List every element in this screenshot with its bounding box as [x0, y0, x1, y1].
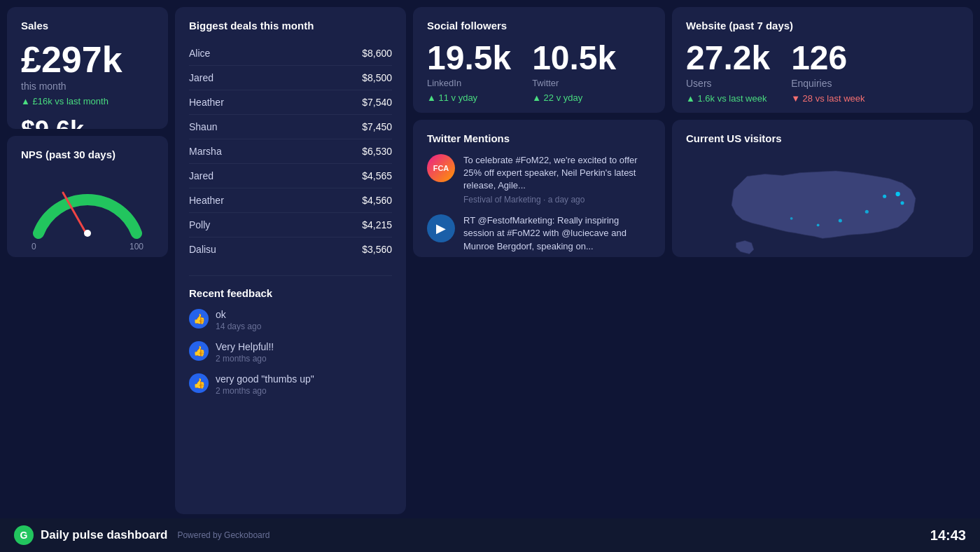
twitter-title: Twitter Mentions — [427, 132, 651, 144]
linkedin-stat: 19.5k LinkedIn ▲ 11 v yday — [427, 41, 511, 103]
deal-row: Heather$7,540 — [189, 90, 392, 115]
deal-name: Shaun — [189, 121, 217, 132]
gauge-max: 100 — [130, 242, 144, 251]
tweet-text: RT @FestofMarketing: Really inspiring se… — [463, 214, 651, 253]
twitter-followers-vs: ▲ 22 v yday — [532, 92, 616, 103]
twitter-stat: 10.5k Twitter ▲ 22 v yday — [532, 41, 616, 103]
sales-card: Sales £297k this month ▲ £16k vs last mo… — [7, 7, 168, 129]
svg-point-6 — [883, 194, 886, 198]
feedback-list: 👍 ok 14 days ago 👍 Very Helpful!! 2 mont… — [189, 309, 392, 396]
website-stats: 27.2k Users ▲ 1.6k vs last week 126 Enqu… — [686, 41, 959, 104]
deal-row: Dalisu$3,560 — [189, 237, 392, 261]
svg-point-7 — [900, 201, 904, 205]
footer: G Daily pulse dashboard Powered by Gecko… — [0, 518, 980, 552]
us-map — [686, 154, 959, 257]
svg-point-9 — [839, 219, 842, 222]
users-vs: ▲ 1.6k vs last week — [686, 93, 770, 104]
tweet-avatar: ▶ — [427, 214, 455, 242]
deals-title: Biggest deals this month — [189, 20, 392, 32]
tweet-meta: Bauer Media Group UK · 3 days ago — [463, 256, 651, 257]
geckoboard-logo: G — [14, 525, 34, 545]
deal-value: $3,560 — [362, 244, 392, 255]
deal-row: Polly$4,215 — [189, 213, 392, 237]
feedback-content: Very Helpful!! 2 months ago — [216, 341, 274, 364]
deal-row: Jared$4,565 — [189, 164, 392, 188]
feedback-title: Recent feedback — [189, 287, 392, 299]
svg-text:G: G — [20, 530, 28, 541]
gauge-min: 0 — [31, 242, 36, 251]
tweet-content: RT @FestofMarketing: Really inspiring se… — [463, 214, 651, 257]
deal-value: $7,540 — [362, 97, 392, 108]
feedback-item: 👍 Very Helpful!! 2 months ago — [189, 341, 392, 364]
sales-today-value: $9.6k — [21, 118, 154, 129]
visitors-title: Current US visitors — [686, 132, 959, 144]
gauge-container: 0 100 61 — [21, 170, 154, 258]
tweet-item: FCA To celebrate #FoM22, we're excited t… — [427, 154, 651, 205]
deal-row: Alice$8,600 — [189, 41, 392, 66]
svg-point-8 — [865, 209, 869, 213]
sales-main-label: this month — [21, 81, 154, 92]
users-stat: 27.2k Users ▲ 1.6k vs last week — [686, 41, 770, 104]
users-label: Users — [686, 78, 770, 89]
feedback-thumb-icon: 👍 — [189, 341, 209, 361]
deal-name: Jared — [189, 72, 214, 83]
sales-main-value: £297k — [21, 41, 154, 78]
deal-value: $4,215 — [362, 219, 392, 230]
deal-name: Dalisu — [189, 244, 216, 255]
twitter-card: Twitter Mentions FCA To celebrate #FoM22… — [413, 120, 665, 257]
deal-name: Alice — [189, 48, 210, 59]
social-card: Social followers 19.5k LinkedIn ▲ 11 v y… — [413, 7, 665, 113]
feedback-item: 👍 very good "thumbs up" 2 months ago — [189, 373, 392, 396]
feedback-text: Very Helpful!! — [216, 341, 274, 352]
deal-name: Heather — [189, 195, 224, 206]
feedback-section: Recent feedback 👍 ok 14 days ago 👍 Very … — [189, 275, 392, 396]
svg-point-11 — [790, 217, 793, 220]
footer-brand: G Daily pulse dashboard Powered by Gecko… — [14, 525, 270, 545]
deal-value: $4,565 — [362, 170, 392, 181]
tweets-list: FCA To celebrate #FoM22, we're excited t… — [427, 154, 651, 257]
visitors-card: Current US visitors — [672, 120, 973, 257]
enquiries-stat: 126 Enquiries ▼ 28 vs last week — [791, 41, 864, 104]
nps-title: NPS (past 30 days) — [21, 149, 154, 160]
svg-point-10 — [817, 223, 820, 226]
tweet-text: To celebrate #FoM22, we're excited to of… — [463, 154, 651, 193]
deal-row: Jared$8,500 — [189, 66, 392, 90]
tweet-avatar: FCA — [427, 154, 455, 182]
feedback-time: 2 months ago — [216, 386, 314, 396]
feedback-item: 👍 ok 14 days ago — [189, 309, 392, 331]
deal-row: Shaun$7,450 — [189, 115, 392, 139]
deal-value: $7,450 — [362, 121, 392, 132]
linkedin-vs: ▲ 11 v yday — [427, 92, 511, 103]
enquiries-label: Enquiries — [791, 78, 864, 89]
deal-name: Jared — [189, 170, 214, 181]
gauge-labels: 0 100 — [31, 242, 144, 251]
svg-point-5 — [896, 191, 900, 195]
deal-name: Marsha — [189, 146, 222, 157]
gauge-chart — [28, 170, 147, 240]
sales-vs: ▲ £16k vs last month — [21, 96, 154, 106]
nps-card: NPS (past 30 days) 0 100 61 — [7, 136, 168, 258]
tweet-content: To celebrate #FoM22, we're excited to of… — [463, 154, 651, 205]
feedback-thumb-icon: 👍 — [189, 373, 209, 393]
nps-score: 61 — [76, 254, 99, 258]
deal-name: Polly — [189, 219, 210, 230]
tweet-item: ▶ RT @FestofMarketing: Really inspiring … — [427, 214, 651, 257]
deal-value: $6,530 — [362, 146, 392, 157]
social-title: Social followers — [427, 20, 651, 32]
footer-powered: Powered by Geckoboard — [177, 530, 270, 540]
enquiries-value: 126 — [791, 41, 864, 75]
footer-time: 14:43 — [930, 527, 966, 544]
website-title: Website (past 7 days) — [686, 20, 959, 32]
deals-list: Alice$8,600Jared$8,500Heather$7,540Shaun… — [189, 41, 392, 261]
tweet-meta: Festival of Marketing · a day ago — [463, 195, 651, 205]
website-card: Website (past 7 days) 27.2k Users ▲ 1.6k… — [672, 7, 973, 113]
twitter-followers-value: 10.5k — [532, 41, 616, 75]
social-stats: 19.5k LinkedIn ▲ 11 v yday 10.5k Twitter… — [427, 41, 651, 103]
us-map-container — [686, 154, 959, 257]
enquiries-vs: ▼ 28 vs last week — [791, 93, 864, 104]
svg-point-1 — [84, 230, 91, 237]
deals-card: Biggest deals this month Alice$8,600Jare… — [175, 7, 406, 514]
footer-title: Daily pulse dashboard — [41, 528, 167, 542]
sales-title: Sales — [21, 20, 154, 32]
feedback-time: 2 months ago — [216, 354, 274, 364]
